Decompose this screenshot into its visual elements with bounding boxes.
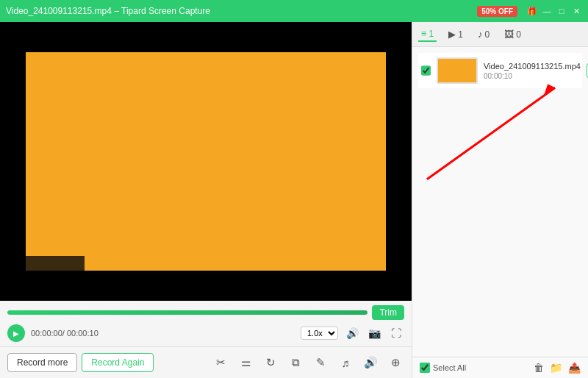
right-bottom-toolbar: Select All 🗑 📁 📤 <box>412 357 588 378</box>
file-thumbnail <box>437 57 478 84</box>
tab-image[interactable]: 🖼 0 <box>501 27 524 41</box>
speed-select[interactable]: 1.0x 0.5x 1.5x 2.0x <box>301 327 338 340</box>
right-tool-icons: 🗑 📁 📤 <box>534 362 581 374</box>
tab-video-count: 1 <box>458 29 463 40</box>
file-name: Video_241009113215.mp4 <box>484 62 581 71</box>
main-container: Trim ▶ 00:00:00/ 00:00:10 1.0x 0.5x 1.5x… <box>0 22 588 378</box>
record-more-button[interactable]: Record more <box>7 353 77 372</box>
file-info: Video_241009113215.mp4 00:00:10 <box>484 62 581 80</box>
video-content <box>26 52 386 271</box>
window-title: Video_241009113215.mp4 – Tipard Screen C… <box>6 6 210 16</box>
bottom-tool-icons: ✂ ⚌ ↻ ⧉ ✎ ♬ 🔊 ⊕ <box>212 354 404 371</box>
audio-tab-icon: ♪ <box>478 29 483 40</box>
left-panel: Trim ▶ 00:00:00/ 00:00:10 1.0x 0.5x 1.5x… <box>0 22 412 378</box>
tab-audio-count: 0 <box>484 29 490 40</box>
file-checkbox[interactable] <box>421 65 431 76</box>
promo-badge: 50% OFF <box>477 6 517 17</box>
fullscreen-icon[interactable]: ⛶ <box>388 325 404 341</box>
trim-button[interactable]: Trim <box>372 305 404 320</box>
tab-audio[interactable]: ♪ 0 <box>475 27 492 41</box>
file-item: Video_241009113215.mp4 00:00:10 <box>418 53 582 88</box>
more-icon[interactable]: ⊕ <box>387 354 404 371</box>
file-duration: 00:00:10 <box>484 72 581 80</box>
camera-icon[interactable]: 📷 <box>366 325 382 341</box>
action-bar: Record more Record Again ✂ ⚌ ↻ ⧉ ✎ ♬ 🔊 ⊕ <box>0 346 412 378</box>
gift-icon[interactable]: 🎁 <box>526 5 538 17</box>
maximize-button[interactable]: □ <box>556 5 567 17</box>
edit-icon[interactable]: ✎ <box>312 354 329 371</box>
progress-fill <box>7 310 368 315</box>
right-panel: ≡ 1 ▶ 1 ♪ 0 🖼 0 Video_241009113215 <box>412 22 588 378</box>
select-all-area: Select All <box>420 363 466 373</box>
select-all-checkbox[interactable] <box>420 363 430 373</box>
minimize-button[interactable]: — <box>541 5 553 17</box>
rotate-icon[interactable]: ↻ <box>262 354 279 371</box>
volume-icon[interactable]: 🔊 <box>344 325 360 341</box>
image-tab-icon: 🖼 <box>504 29 514 40</box>
delete-icon[interactable]: 🗑 <box>534 362 544 374</box>
file-list: Video_241009113215.mp4 00:00:10 <box>412 47 588 357</box>
export-all-icon[interactable]: 📤 <box>568 362 581 374</box>
svg-line-1 <box>427 88 555 179</box>
audio-edit-icon[interactable]: ♬ <box>337 354 354 371</box>
list-tab-icon: ≡ <box>421 28 427 39</box>
titlebar: Video_241009113215.mp4 – Tipard Screen C… <box>0 0 588 22</box>
tab-list[interactable]: ≡ 1 <box>418 26 437 42</box>
folder-icon[interactable]: 📁 <box>550 362 562 374</box>
tab-video[interactable]: ▶ 1 <box>445 27 466 41</box>
playback-controls: ▶ 00:00:00/ 00:00:10 1.0x 0.5x 1.5x 2.0x… <box>7 323 404 343</box>
select-all-label: Select All <box>433 363 466 372</box>
scissors-icon[interactable]: ✂ <box>212 354 229 371</box>
window-controls: 50% OFF 🎁 — □ ✕ <box>477 5 582 17</box>
equalizer-icon[interactable]: ⚌ <box>237 354 254 371</box>
tab-list-count: 1 <box>429 29 434 39</box>
video-area <box>0 22 412 301</box>
copy-icon[interactable]: ⧉ <box>287 354 304 371</box>
progress-track[interactable] <box>7 310 368 315</box>
video-tab-icon: ▶ <box>448 29 456 40</box>
video-dark-bottom <box>26 256 85 271</box>
record-again-button[interactable]: Record Again <box>82 353 154 372</box>
tabs-row: ≡ 1 ▶ 1 ♪ 0 🖼 0 <box>412 22 588 47</box>
tab-image-count: 0 <box>516 29 521 40</box>
close-button[interactable]: ✕ <box>570 5 582 17</box>
timeline-area: Trim ▶ 00:00:00/ 00:00:10 1.0x 0.5x 1.5x… <box>0 301 412 346</box>
volume-adjust-icon[interactable]: 🔊 <box>362 354 379 371</box>
video-frame <box>26 40 386 283</box>
play-button[interactable]: ▶ <box>7 324 25 342</box>
time-display: 00:00:00/ 00:00:10 <box>31 329 98 338</box>
progress-bar-container: Trim <box>7 305 404 320</box>
